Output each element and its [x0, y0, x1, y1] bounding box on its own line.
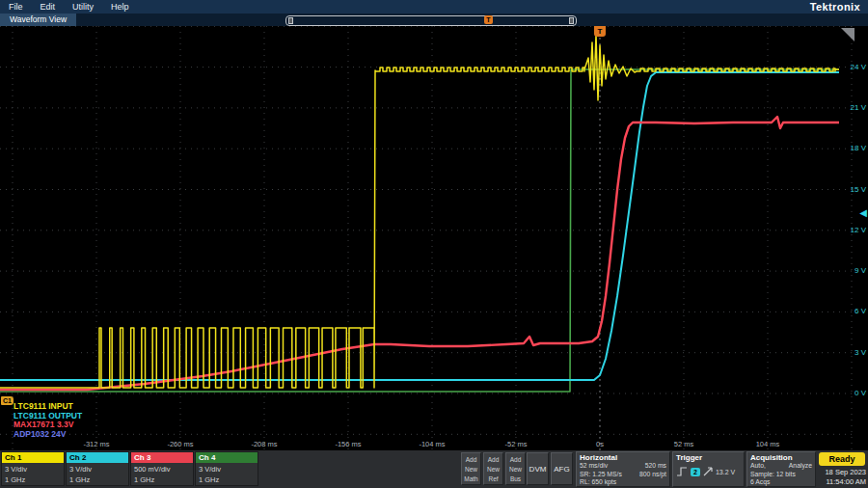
bottom-control-bar: Ch 1 3 V/div 1 GHz Ch 2 3 V/div 1 GHz Ch…: [0, 450, 868, 488]
acquisition-mode: Auto,: [750, 462, 766, 471]
horizontal-scale: 52 ms/div: [580, 462, 608, 471]
add-bus-line3: Bus: [506, 474, 525, 484]
tektronix-logo: Tektronix: [810, 1, 868, 13]
y-tick: 15 V: [839, 185, 866, 195]
channel-badge-ch3[interactable]: Ch 3 500 mV/div 1 GHz: [130, 451, 194, 486]
ch4-bandwidth: 1 GHz: [199, 474, 219, 485]
menu-item-edit[interactable]: Edit: [32, 2, 65, 12]
y-tick: 0 V: [839, 389, 866, 398]
add-new-bus-button[interactable]: Add New Bus: [505, 452, 526, 485]
add-ref-line1: Add: [484, 455, 502, 465]
acquisition-count: 6 Acqs: [750, 478, 770, 487]
ch4-scale: 3 V/div: [199, 464, 221, 474]
y-tick: 12 V: [839, 226, 866, 235]
add-bus-line2: New: [506, 465, 525, 474]
horizontal-panel[interactable]: Horizontal 52 ms/div 520 ms SR: 1.25 MS/…: [576, 451, 670, 487]
ch2-scale: 3 V/div: [69, 464, 92, 474]
horizontal-window: 520 ms: [645, 462, 666, 471]
trigger-source-badge: 2: [691, 468, 700, 476]
x-tick: -104 ms: [411, 440, 453, 448]
date-label: 18 Sep 2023: [808, 468, 866, 477]
trace-ltc9111-output: [0, 72, 839, 380]
ready-status-badge: Ready: [819, 452, 865, 466]
add-ref-line2: New: [484, 465, 502, 474]
trigger-level-arrow-icon[interactable]: ◀: [859, 208, 867, 218]
y-tick: 21 V: [839, 103, 866, 113]
horizontal-title: Horizontal: [580, 453, 666, 462]
channel-badges: Ch 1 3 V/div 1 GHz Ch 2 3 V/div 1 GHz Ch…: [1, 451, 258, 486]
horizontal-sample-rate: SR: 1.25 MS/s: [580, 471, 622, 479]
x-tick: 52 ms: [663, 440, 705, 448]
y-tick: 18 V: [839, 144, 866, 153]
scrollbar-right-handle[interactable]: [569, 17, 574, 24]
trigger-panel[interactable]: Trigger 2 13.2 V: [672, 451, 745, 487]
add-new-buttons: Add New Math Add New Ref Add New Bus: [461, 452, 526, 485]
acquisition-panel[interactable]: Acquisition Auto, Analyze Sample: 12 bit…: [746, 451, 816, 487]
y-tick: 6 V: [839, 307, 866, 316]
add-math-line3: Math: [462, 474, 480, 484]
x-tick: -312 ms: [75, 440, 118, 448]
menu-item-utility[interactable]: Utility: [64, 2, 102, 12]
ch2-label: Ch 2: [67, 452, 128, 463]
x-tick: -156 ms: [327, 440, 369, 448]
menu-item-file[interactable]: File: [0, 2, 32, 12]
ch2-bandwidth: 1 GHz: [69, 474, 90, 485]
datetime-block: 18 Sep 2023 11:54:00 AM: [808, 468, 866, 486]
y-tick: 9 V: [839, 266, 866, 276]
trigger-title: Trigger: [676, 453, 741, 462]
waveform-canvas: [0, 26, 868, 450]
menu-item-help[interactable]: Help: [102, 2, 138, 12]
x-tick: -208 ms: [243, 440, 285, 448]
trace-adp1032-24v: [0, 69, 839, 392]
ch1-label: Ch 1: [2, 452, 64, 463]
trace-max17671-3v3: [0, 117, 839, 390]
trace-label-list: LTC9111 INPUT LTC9111 OUTPUT MAX17671 3.…: [14, 402, 82, 439]
nav-trigger-marker-icon[interactable]: T: [484, 15, 493, 24]
channel-badge-ch4[interactable]: Ch 4 3 V/div 1 GHz: [195, 451, 258, 486]
horizontal-pan-scrollbar[interactable]: T: [285, 15, 577, 26]
time-label: 11:54:00 AM: [808, 477, 866, 487]
horizontal-resolution: 800 ns/pt: [639, 471, 666, 479]
add-new-math-button[interactable]: Add New Math: [461, 452, 481, 485]
y-tick: 3 V: [839, 348, 866, 358]
ch3-label: Ch 3: [131, 452, 193, 463]
trace-label-adp1032: ADP1032 24V: [14, 430, 82, 440]
acquisition-sample: Sample: 12 bits: [750, 471, 796, 479]
add-math-line2: New: [462, 465, 480, 474]
tab-bar: Waveform View T: [0, 14, 868, 26]
trigger-level-value: 13.2 V: [716, 469, 735, 475]
y-tick: 24 V: [839, 63, 866, 72]
add-bus-line1: Add: [506, 455, 525, 465]
afg-button[interactable]: AFG: [551, 452, 573, 485]
horizontal-record-length: RL: 650 kpts: [580, 478, 616, 487]
x-tick: -260 ms: [159, 440, 202, 448]
x-tick: -52 ms: [495, 440, 537, 448]
trace-ltc9111-input: [0, 35, 839, 388]
ch1-bandwidth: 1 GHz: [5, 474, 25, 485]
ch1-position-marker[interactable]: C1: [1, 396, 14, 405]
x-tick: 0s: [579, 440, 621, 448]
menu-bar: File Edit Utility Help Tektronix: [0, 0, 868, 14]
trigger-position-flag-icon[interactable]: T: [594, 26, 606, 37]
tab-waveform-view[interactable]: Waveform View: [0, 14, 76, 26]
ch3-scale: 500 mV/div: [134, 464, 171, 474]
add-math-line1: Add: [462, 455, 480, 465]
channel-badge-ch1[interactable]: Ch 1 3 V/div 1 GHz: [1, 451, 65, 486]
ch1-scale: 3 V/div: [5, 464, 27, 474]
add-ref-line3: Ref: [484, 474, 502, 484]
x-tick: 104 ms: [746, 440, 789, 448]
waveform-view-area: T 24 V 21 V 18 V 15 V 12 V 9 V 6 V 3 V 0…: [0, 26, 868, 450]
acquisition-title: Acquisition: [750, 453, 812, 462]
corner-handle-icon[interactable]: [841, 28, 854, 41]
ch4-label: Ch 4: [196, 452, 258, 463]
ch3-bandwidth: 1 GHz: [134, 474, 154, 485]
scrollbar-left-handle[interactable]: [288, 17, 293, 24]
dvm-button[interactable]: DVM: [527, 452, 549, 485]
add-new-ref-button[interactable]: Add New Ref: [483, 452, 503, 485]
channel-badge-ch2[interactable]: Ch 2 3 V/div 1 GHz: [66, 451, 129, 486]
rising-slope-icon: [703, 467, 713, 476]
oscilloscope-screen: File Edit Utility Help Tektronix Wavefor…: [0, 0, 868, 488]
edge-trigger-icon: [676, 467, 688, 476]
